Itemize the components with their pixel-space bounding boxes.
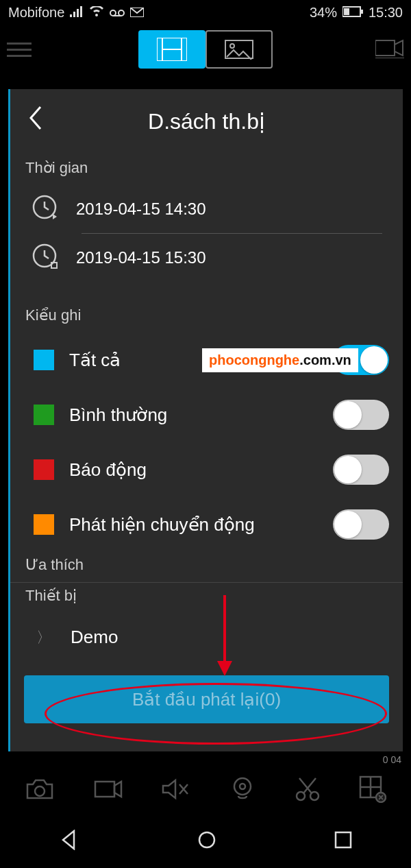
menu-icon[interactable] [7, 37, 32, 62]
start-time-value: 2019-04-15 14:30 [76, 200, 206, 219]
device-section-label: Thiết bị [10, 583, 403, 613]
start-time-row[interactable]: 2019-04-15 14:30 [10, 185, 403, 233]
panel-title: D.sách th.bị [148, 108, 265, 134]
signal-icon [70, 5, 84, 21]
clip-icon[interactable] [294, 775, 321, 806]
svg-rect-2 [344, 8, 349, 15]
svg-rect-18 [375, 40, 395, 56]
device-list-panel: D.sách th.bị Thời gian 2019-04-15 14:30 … [8, 89, 403, 751]
mute-icon[interactable] [160, 777, 190, 804]
time-section-label: Thời gian [10, 155, 403, 185]
svg-point-26 [234, 778, 251, 795]
toggle-motion[interactable] [333, 509, 389, 540]
record-type-normal: Bình thường [10, 387, 403, 442]
record-label: Tất cả [69, 350, 121, 371]
nav-home-icon[interactable] [197, 830, 217, 853]
status-bar: Mobifone 34% 15:30 [0, 0, 411, 25]
clock-label: 15:30 [369, 5, 403, 21]
android-nav-bar [0, 815, 411, 868]
camera-mode-icon[interactable] [375, 38, 404, 61]
mode-video-button[interactable] [138, 30, 206, 69]
svg-point-34 [199, 832, 214, 847]
swatch-all [34, 350, 54, 370]
wifi-icon [89, 5, 104, 21]
device-item-demo[interactable]: 〉 Demo [10, 613, 403, 662]
swatch-normal [34, 405, 54, 425]
fisheye-icon[interactable] [229, 775, 256, 806]
end-time-row[interactable]: 2019-04-15 15:30 [10, 234, 403, 282]
record-icon[interactable] [92, 777, 123, 804]
voicemail-icon [110, 5, 125, 21]
battery-pct: 34% [310, 5, 337, 21]
clock-end-icon [31, 242, 58, 274]
mode-image-button[interactable] [206, 30, 273, 69]
record-label: Phát hiện chuyển động [69, 514, 255, 535]
svg-point-27 [240, 784, 245, 789]
layout-close-icon[interactable] [359, 775, 386, 806]
mode-toggle [138, 30, 273, 69]
record-type-alarm: Báo động [10, 442, 403, 497]
device-name: Demo [71, 627, 118, 648]
nav-recent-icon[interactable] [334, 831, 352, 852]
chevron-right-icon: 〉 [36, 627, 51, 648]
top-bar [0, 25, 411, 74]
record-type-motion: Phát hiện chuyển động [10, 497, 403, 552]
svg-rect-25 [95, 782, 114, 797]
watermark: phocongnghe.com.vn [202, 348, 358, 372]
record-label: Báo động [69, 459, 147, 481]
snapshot-icon[interactable] [25, 777, 55, 804]
battery-icon [342, 5, 363, 21]
back-button[interactable] [28, 106, 43, 133]
mail-icon [130, 5, 144, 21]
end-time-value: 2019-04-15 15:30 [76, 248, 206, 267]
start-playback-button[interactable]: Bắt đầu phát lại(0) [24, 675, 389, 723]
svg-point-24 [35, 786, 45, 796]
swatch-motion [34, 514, 54, 535]
favorites-label: Ưa thích [10, 552, 403, 582]
toggle-alarm[interactable] [333, 455, 389, 485]
nav-back-icon[interactable] [59, 830, 79, 853]
svg-point-17 [230, 44, 234, 48]
toggle-normal[interactable] [333, 400, 389, 430]
svg-rect-35 [336, 832, 351, 847]
record-label: Bình thường [69, 405, 167, 426]
carrier-label: Mobifone [8, 5, 64, 21]
clock-start-icon [31, 193, 58, 225]
playback-toolbar [0, 767, 411, 815]
record-type-label: Kiểu ghi [10, 302, 403, 333]
mini-timestamp: 0 04 [383, 754, 401, 765]
svg-rect-3 [361, 10, 363, 14]
swatch-alarm [34, 459, 54, 480]
